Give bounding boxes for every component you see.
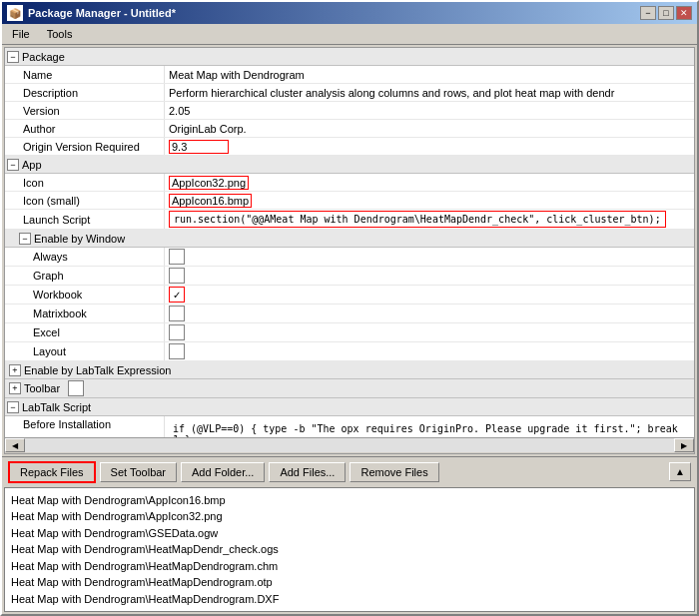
- prop-matrixbook-label: Matrixbook: [5, 305, 165, 322]
- scroll-up-button[interactable]: ▲: [669, 462, 691, 481]
- prop-name-label: Name: [5, 66, 165, 83]
- prop-launch-script-value: run.section("@@AMeat Map with Dendrogram…: [165, 210, 694, 229]
- scroll-track: [25, 438, 674, 452]
- file-list-item: Heat Map with Dendrogram\HeatMapDendrogr…: [11, 558, 688, 575]
- prop-version-label: Version: [5, 102, 165, 119]
- prop-version-value: 2.05: [165, 102, 694, 119]
- package-toggle[interactable]: −: [7, 51, 19, 63]
- prop-desc-value: Perform hierarchical cluster analysis al…: [165, 84, 694, 101]
- toolbar-label: Toolbar: [24, 382, 60, 394]
- scroll-right-btn[interactable]: ▶: [674, 438, 694, 452]
- add-folder-button[interactable]: Add Folder...: [181, 462, 265, 482]
- enable-by-labtalk-label: Enable by LabTalk Expression: [24, 364, 171, 376]
- prop-matrixbook-value: [165, 305, 694, 322]
- prop-name-value: Meat Map with Dendrogram: [165, 66, 694, 83]
- enable-by-window-label: Enable by Window: [34, 233, 125, 245]
- horizontal-scrollbar[interactable]: ◀ ▶: [5, 437, 694, 453]
- app-label: App: [22, 159, 42, 171]
- file-list-item: Heat Map with Dendrogram\HeatMapDendrogr…: [11, 574, 688, 591]
- labtalk-label: LabTalk Script: [22, 401, 91, 413]
- close-button[interactable]: ✕: [676, 6, 692, 20]
- prop-name-row: Name Meat Map with Dendrogram: [5, 66, 694, 84]
- prop-author-value: OriginLab Corp.: [165, 120, 694, 137]
- scroll-left-btn[interactable]: ◀: [5, 438, 25, 452]
- file-list-item: Heat Map with Dendrogram\HeatMapDendr_ch…: [11, 541, 688, 558]
- graph-checkbox[interactable]: [169, 268, 185, 284]
- remove-files-button[interactable]: Remove Files: [350, 462, 438, 482]
- prop-launch-script-row: Launch Script run.section("@@AMeat Map w…: [5, 210, 694, 230]
- prop-icon-small-row: Icon (small) AppIcon16.bmp: [5, 192, 694, 210]
- app-toggle[interactable]: −: [7, 159, 19, 171]
- bottom-toolbar: Repack Files Set Toolbar Add Folder... A…: [2, 456, 697, 487]
- prop-desc-label: Description: [5, 84, 165, 101]
- excel-checkbox[interactable]: [169, 324, 185, 340]
- prop-author-row: Author OriginLab Corp.: [5, 120, 694, 138]
- menu-bar: File Tools: [2, 24, 697, 45]
- prop-before-install-value: if (@VLP==0) { type -b "The opx requires…: [165, 416, 694, 437]
- window-icon: 📦: [7, 5, 23, 21]
- prop-excel-row: Excel: [5, 323, 694, 342]
- prop-icon-row: Icon AppIcon32.png: [5, 174, 694, 192]
- always-checkbox[interactable]: [169, 249, 185, 265]
- prop-layout-value: [165, 342, 694, 360]
- properties-panel[interactable]: − Package Name Meat Map with Dendrogram …: [5, 48, 694, 437]
- minimize-button[interactable]: −: [640, 6, 656, 20]
- prop-graph-label: Graph: [5, 267, 165, 285]
- prop-launch-script-label: Launch Script: [5, 210, 165, 229]
- repack-files-button[interactable]: Repack Files: [8, 461, 96, 483]
- prop-matrixbook-row: Matrixbook: [5, 305, 694, 323]
- labtalk-toggle[interactable]: −: [7, 401, 19, 413]
- prop-excel-value: [165, 323, 694, 341]
- enable-by-labtalk-toggle[interactable]: +: [9, 364, 21, 376]
- title-bar: 📦 Package Manager - Untitled* − □ ✕: [2, 2, 697, 24]
- prop-layout-label: Layout: [5, 342, 165, 360]
- matrixbook-checkbox[interactable]: [169, 306, 185, 321]
- window-title: Package Manager - Untitled*: [28, 7, 176, 19]
- prop-always-label: Always: [5, 248, 165, 266]
- main-window: 📦 Package Manager - Untitled* − □ ✕ File…: [0, 0, 699, 616]
- prop-workbook-value: [165, 286, 694, 304]
- prop-layout-row: Layout: [5, 342, 694, 361]
- prop-desc-row: Description Perform hierarchical cluster…: [5, 84, 694, 102]
- enable-by-window-toggle[interactable]: −: [19, 233, 31, 245]
- prop-origin-version-row: Origin Version Required 9.3: [5, 138, 694, 156]
- menu-file[interactable]: File: [6, 26, 36, 42]
- prop-icon-small-value: AppIcon16.bmp: [165, 192, 694, 209]
- prop-workbook-row: Workbook: [5, 286, 694, 305]
- prop-before-install-row: Before Installation if (@VLP==0) { type …: [5, 416, 694, 437]
- prop-always-row: Always: [5, 248, 694, 267]
- app-section-header: − App: [5, 156, 694, 174]
- package-label: Package: [22, 51, 65, 63]
- maximize-button[interactable]: □: [658, 6, 674, 20]
- add-files-button[interactable]: Add Files...: [269, 462, 346, 482]
- enable-by-labtalk-header: + Enable by LabTalk Expression: [5, 361, 694, 379]
- prop-version-row: Version 2.05: [5, 102, 694, 120]
- toolbar-toggle[interactable]: +: [9, 382, 21, 394]
- prop-before-install-label: Before Installation: [5, 416, 165, 437]
- layout-checkbox[interactable]: [169, 343, 185, 359]
- prop-workbook-label: Workbook: [5, 286, 165, 304]
- menu-tools[interactable]: Tools: [41, 26, 79, 42]
- prop-graph-row: Graph: [5, 267, 694, 286]
- file-list-item: Heat Map with Dendrogram\AppIcon16.bmp: [11, 492, 688, 509]
- enable-by-window-header: − Enable by Window: [5, 230, 694, 248]
- file-list: Heat Map with Dendrogram\AppIcon16.bmp H…: [4, 487, 695, 613]
- file-list-item: Heat Map with Dendrogram\HeatMapDendrogr…: [11, 591, 688, 608]
- prop-graph-value: [165, 267, 694, 285]
- labtalk-section-header: − LabTalk Script: [5, 398, 694, 416]
- workbook-checkbox[interactable]: [169, 287, 185, 303]
- title-controls: − □ ✕: [640, 6, 692, 20]
- prop-always-value: [165, 248, 694, 266]
- set-toolbar-button[interactable]: Set Toolbar: [100, 462, 177, 482]
- prop-origin-version-value: 9.3: [165, 138, 694, 155]
- toolbar-checkbox[interactable]: [68, 380, 84, 396]
- prop-author-label: Author: [5, 120, 165, 137]
- title-bar-left: 📦 Package Manager - Untitled*: [7, 5, 176, 21]
- prop-excel-label: Excel: [5, 323, 165, 341]
- prop-icon-small-label: Icon (small): [5, 192, 165, 209]
- file-list-item: Heat Map with Dendrogram\AppIcon32.png: [11, 508, 688, 525]
- package-section-header: − Package: [5, 48, 694, 66]
- prop-icon-value: AppIcon32.png: [165, 174, 694, 191]
- toolbar-section-header: + Toolbar: [5, 379, 694, 398]
- file-list-item: Heat Map with Dendrogram\GSEData.ogw: [11, 525, 688, 542]
